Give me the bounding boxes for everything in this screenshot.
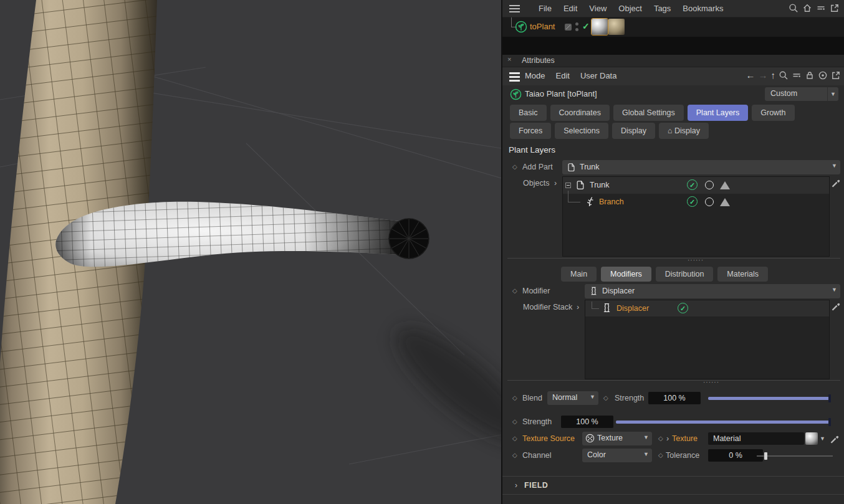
enabled-check-circle-icon[interactable]: ✓ — [687, 196, 698, 207]
keyframe-diamond-icon[interactable]: ◇ — [512, 452, 517, 459]
tree-item-label[interactable]: Trunk — [590, 181, 610, 189]
tree-item-label[interactable]: Displacer — [616, 304, 649, 313]
forward-arrow-icon[interactable]: → — [759, 70, 768, 80]
panel-resize-handle[interactable]: ······ — [507, 380, 840, 384]
open-window-icon[interactable] — [830, 3, 840, 13]
menu-edit-attr[interactable]: Edit — [556, 71, 570, 80]
tab-coordinates[interactable]: Coordinates — [550, 105, 610, 121]
viewport-3d[interactable] — [0, 0, 501, 504]
tab-main[interactable]: Main — [561, 267, 597, 282]
lock-icon[interactable] — [805, 70, 815, 80]
keyframe-diamond-icon[interactable]: ◇ — [658, 452, 663, 459]
state-triangle-icon[interactable] — [720, 198, 730, 206]
menu-object[interactable]: Object — [618, 4, 642, 13]
keyframe-diamond-icon[interactable]: ◇ — [512, 435, 517, 442]
tab-materials[interactable]: Materials — [717, 267, 768, 282]
tab-display[interactable]: Display — [612, 123, 655, 139]
field-section[interactable]: › FIELD — [502, 476, 844, 495]
object-name-label[interactable]: toPlant — [530, 22, 555, 31]
tolerance-value-field[interactable]: 0 % — [708, 449, 763, 462]
slider-knob[interactable] — [828, 418, 831, 426]
open-window-icon[interactable] — [831, 70, 841, 80]
menu-tags[interactable]: Tags — [654, 4, 671, 13]
tab-growth[interactable]: Growth — [752, 105, 794, 121]
plant-object-icon — [510, 88, 522, 100]
material-thumbnail-silver[interactable] — [592, 19, 608, 35]
object-row-toplant[interactable]: toPlant ✓ — [502, 17, 844, 37]
enabled-check-circle-icon[interactable]: ✓ — [687, 179, 698, 190]
tolerance-slider[interactable] — [757, 455, 833, 457]
attributes-hamburger-icon[interactable] — [509, 72, 520, 80]
strength-slider[interactable] — [708, 397, 830, 400]
slider-knob[interactable] — [828, 394, 831, 402]
keyframe-diamond-icon[interactable]: ◇ — [512, 287, 517, 294]
back-arrow-icon[interactable]: ← — [746, 70, 755, 80]
expand-arrow-icon[interactable]: › — [554, 179, 557, 188]
search-icon[interactable] — [779, 70, 789, 80]
tab-distribution[interactable]: Distribution — [656, 267, 714, 282]
keyframe-diamond-icon[interactable]: ◇ — [658, 435, 663, 442]
tab-forces[interactable]: Forces — [510, 123, 551, 139]
enabled-check-circle-icon[interactable]: ✓ — [678, 303, 688, 313]
menu-edit[interactable]: Edit — [563, 4, 577, 13]
keyframe-diamond-icon[interactable]: ◇ — [603, 394, 608, 401]
slider-knob[interactable] — [764, 452, 767, 460]
target-icon[interactable] — [818, 70, 828, 80]
tab-global-settings[interactable]: Global Settings — [613, 105, 684, 121]
home-icon[interactable] — [802, 3, 812, 13]
tab-modifiers[interactable]: Modifiers — [601, 267, 651, 282]
enabled-check-icon[interactable]: ✓ — [582, 21, 590, 31]
expand-arrow-icon[interactable]: › — [666, 434, 669, 443]
tree-row-displacer[interactable]: Displacer ✓ — [585, 300, 829, 316]
eyedropper-icon[interactable] — [830, 177, 841, 188]
add-part-dropdown[interactable]: Trunk ▼ — [562, 160, 840, 174]
modifier-dropdown[interactable]: Displacer ▼ — [585, 284, 840, 298]
menu-user-data[interactable]: User Data — [580, 71, 617, 80]
texture-value-field[interactable]: Material — [708, 432, 804, 445]
tab-display-house[interactable]: ⌂ Display — [659, 123, 709, 139]
keyframe-diamond-icon[interactable]: ◇ — [512, 418, 517, 425]
menu-mode[interactable]: Mode — [525, 71, 545, 80]
keyframe-diamond-icon[interactable]: ◇ — [512, 163, 517, 170]
tab-selections[interactable]: Selections — [555, 123, 608, 139]
menu-file[interactable]: File — [539, 4, 552, 13]
collapse-expander-icon[interactable] — [565, 183, 571, 188]
tree-row-branch[interactable]: Branch ✓ — [563, 194, 829, 211]
state-triangle-icon[interactable] — [720, 181, 730, 189]
strength2-value-field[interactable]: 100 % — [561, 416, 613, 428]
eyedropper-icon[interactable] — [829, 433, 840, 444]
preset-dropdown[interactable]: Custom ▼ — [765, 87, 838, 101]
state-circle-icon[interactable] — [705, 197, 714, 206]
texture-source-dropdown[interactable]: Texture ▼ — [582, 432, 652, 445]
close-icon[interactable]: × — [507, 55, 511, 63]
menu-bookmarks[interactable]: Bookmarks — [683, 4, 723, 13]
tab-basic[interactable]: Basic — [510, 105, 547, 121]
filter-icon[interactable] — [816, 3, 826, 13]
chevron-down-icon[interactable]: ▼ — [820, 435, 825, 442]
filter-icon[interactable] — [792, 70, 802, 80]
visibility-dot-bottom[interactable] — [575, 28, 578, 31]
modifier-stack-list[interactable]: Displacer ✓ — [585, 300, 830, 379]
channel-dropdown[interactable]: Color ▼ — [582, 449, 652, 462]
material-thumbnail-tan[interactable] — [608, 19, 625, 35]
material-preview-sphere[interactable] — [805, 432, 818, 445]
search-icon[interactable] — [789, 3, 798, 13]
state-circle-icon[interactable] — [705, 181, 714, 189]
layer-badge-icon[interactable] — [565, 24, 572, 31]
visibility-dot-top[interactable] — [575, 22, 578, 26]
tree-row-trunk[interactable]: Trunk ✓ — [563, 177, 829, 194]
panel-resize-handle[interactable]: ······ — [507, 258, 840, 262]
objects-list[interactable]: Trunk ✓ Branch ✓ — [562, 176, 830, 257]
tab-plant-layers[interactable]: Plant Layers — [688, 105, 748, 121]
expand-arrow-icon[interactable]: › — [577, 303, 579, 311]
tree-item-label[interactable]: Branch — [599, 197, 624, 206]
up-arrow-icon[interactable]: ↑ — [771, 70, 776, 80]
keyframe-diamond-icon[interactable]: ◇ — [512, 394, 517, 401]
blend-dropdown[interactable]: Normal ▼ — [547, 391, 598, 405]
strength-value-field[interactable]: 100 % — [648, 392, 701, 404]
menu-hamburger-icon[interactable] — [509, 5, 520, 12]
eyedropper-icon[interactable] — [830, 300, 841, 311]
menu-view[interactable]: View — [589, 4, 607, 13]
expand-arrow-icon[interactable]: › — [515, 481, 517, 490]
strength2-slider[interactable] — [616, 421, 830, 424]
